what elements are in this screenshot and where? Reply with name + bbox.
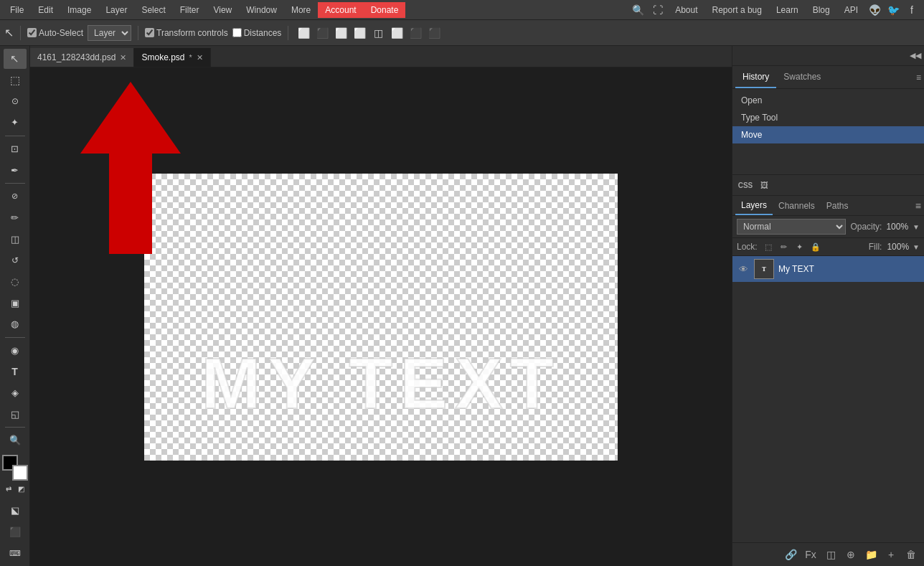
align-bottom-icon[interactable]: ⬜ [388, 24, 405, 42]
layers-empty-space [732, 282, 924, 542]
distances-toggle[interactable]: Distances [232, 28, 282, 38]
heal-tool-btn[interactable]: ⊘ [4, 187, 27, 207]
crop-tool-btn[interactable]: ⊡ [4, 139, 27, 159]
tab-paths[interactable]: Paths [821, 196, 854, 215]
zoom-tool-btn[interactable]: 🔍 [4, 430, 27, 451]
history-item-open[interactable]: Open [732, 92, 924, 109]
default-colors-btn[interactable]: ◩ [16, 484, 27, 495]
reddit-icon[interactable]: 👽 [865, 1, 884, 19]
lock-pixels-btn[interactable]: ⬚ [762, 240, 775, 253]
tab-channels[interactable]: Channels [773, 196, 821, 215]
paint-bucket-btn[interactable]: ▣ [4, 293, 27, 313]
blend-mode-select[interactable]: Normal Dissolve Multiply Screen Overlay [737, 219, 846, 235]
menu-edit[interactable]: Edit [31, 2, 60, 18]
lock-position-btn[interactable]: ✏ [778, 240, 791, 253]
color-swatch-container[interactable] [2, 455, 28, 481]
eyedropper-tool-btn[interactable]: ✒ [4, 160, 27, 180]
image-panel-btn[interactable]: 🖼 [757, 178, 771, 192]
menu-report-bug[interactable]: Report a bug [705, 2, 769, 18]
menu-image[interactable]: Image [60, 2, 98, 18]
marquee-tool-btn[interactable]: ⬚ [4, 70, 27, 90]
menu-window[interactable]: Window [239, 2, 284, 18]
align-center-h-icon[interactable]: ⬛ [314, 24, 331, 42]
align-top-icon[interactable]: ⬜ [351, 24, 368, 42]
distribute-h-icon[interactable]: ⬛ [407, 24, 424, 42]
menu-api[interactable]: API [837, 2, 865, 18]
tab-history[interactable]: History [735, 66, 776, 88]
history-list: Open Type Tool Move [732, 89, 924, 175]
new-layer-btn[interactable]: + [882, 546, 900, 563]
group-layers-btn[interactable]: 📁 [862, 546, 880, 563]
type-tool-btn[interactable]: T [4, 362, 27, 382]
menu-select[interactable]: Select [134, 2, 172, 18]
background-color[interactable] [12, 465, 28, 481]
history-panel-menu[interactable]: ≡ [916, 66, 921, 88]
tab-layers[interactable]: Layers [735, 196, 773, 215]
close-tab-psd1[interactable]: ✕ [120, 53, 126, 62]
dodge-tool-btn[interactable]: ◉ [4, 341, 27, 361]
facebook-icon[interactable]: f [902, 1, 921, 19]
align-right-icon[interactable]: ⬜ [332, 24, 349, 42]
brush-tool-btn[interactable]: ✏ [4, 208, 27, 228]
layer-visibility-toggle[interactable]: 👁 [737, 263, 750, 275]
transform-controls-toggle[interactable]: Transform controls [145, 28, 228, 38]
tab-smoke[interactable]: Smoke.psd * ✕ [134, 48, 210, 67]
canvas-viewport: MY TEXT [30, 67, 732, 566]
menu-layer[interactable]: Layer [98, 2, 134, 18]
align-center-v-icon[interactable]: ◫ [369, 24, 387, 42]
menu-filter[interactable]: Filter [173, 2, 207, 18]
menu-file[interactable]: File [3, 2, 31, 18]
delete-layer-btn[interactable]: 🗑 [902, 546, 920, 563]
layer-select[interactable]: Layer [88, 25, 131, 41]
swap-colors-btn[interactable]: ⇄ [3, 484, 14, 495]
collapse-right-panel-btn[interactable]: ◀◀ [910, 51, 921, 60]
pen-tool-btn[interactable]: ◈ [4, 383, 27, 403]
tab-swatches[interactable]: Swatches [776, 66, 828, 88]
search-icon[interactable]: 🔍 [628, 0, 648, 20]
lasso-tool-btn[interactable]: ⊙ [4, 91, 27, 111]
menu-donate[interactable]: Donate [364, 2, 406, 18]
lock-layer-btn[interactable]: 🔒 [809, 240, 822, 253]
clone-stamp-btn[interactable]: ◫ [4, 229, 27, 249]
twitter-icon[interactable]: 🐦 [884, 1, 902, 19]
menu-account[interactable]: Account [318, 2, 363, 18]
shape-tool-btn[interactable]: ◱ [4, 405, 27, 425]
keyboard-shortcuts-btn[interactable]: ⌨ [4, 543, 27, 563]
move-tool-btn[interactable]: ↖ [4, 49, 27, 69]
history-brush-btn[interactable]: ↺ [4, 250, 27, 270]
menu-about[interactable]: About [668, 2, 704, 18]
eraser-tool-btn[interactable]: ◌ [4, 272, 27, 292]
transform-controls-checkbox[interactable] [145, 28, 154, 37]
quick-mask-btn[interactable]: ⬕ [4, 501, 27, 521]
layer-mask-btn[interactable]: ◫ [822, 546, 839, 563]
menu-more[interactable]: More [284, 2, 318, 18]
opacity-value: 100% [886, 222, 908, 232]
link-layers-btn[interactable]: 🔗 [782, 546, 799, 563]
auto-select-checkbox[interactable] [27, 28, 37, 37]
layer-item-my-text[interactable]: 👁 T My TEXT [732, 256, 924, 282]
menu-blog[interactable]: Blog [806, 2, 837, 18]
tool-sep-4 [5, 427, 25, 428]
fullscreen-icon[interactable]: ⛶ [648, 0, 668, 20]
distances-checkbox[interactable] [232, 28, 242, 37]
distribute-v-icon[interactable]: ⬛ [425, 24, 443, 42]
history-item-type-tool[interactable]: Type Tool [732, 109, 924, 126]
css-panel-btn[interactable]: CSS [738, 178, 753, 192]
tool-sep-3 [5, 337, 25, 338]
tab-psd1[interactable]: 4161_128243dd.psd ✕ [30, 48, 134, 67]
lock-all-btn[interactable]: ✦ [793, 240, 806, 253]
magic-wand-tool-btn[interactable]: ✦ [4, 113, 27, 133]
blur-tool-btn[interactable]: ◍ [4, 314, 27, 334]
auto-select-toggle[interactable]: Auto-Select [27, 28, 83, 38]
history-item-move[interactable]: Move [732, 126, 924, 143]
menu-learn[interactable]: Learn [769, 2, 806, 18]
opacity-dropdown-icon[interactable]: ▼ [913, 223, 920, 231]
screen-mode-btn[interactable]: ⬛ [4, 522, 27, 542]
align-left-icon[interactable]: ⬜ [295, 24, 312, 42]
menu-view[interactable]: View [206, 2, 239, 18]
layer-effects-btn[interactable]: Fx [802, 546, 819, 563]
adjustment-layer-btn[interactable]: ⊕ [842, 546, 859, 563]
layers-panel-menu[interactable]: ≡ [915, 196, 921, 215]
close-tab-smoke[interactable]: ✕ [197, 53, 203, 62]
fill-dropdown-icon[interactable]: ▼ [913, 243, 920, 251]
